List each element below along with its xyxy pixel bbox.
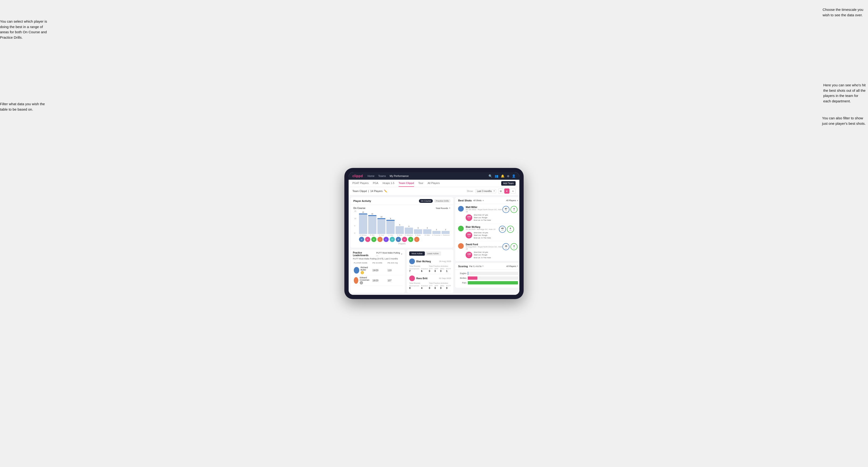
shot-card-left-1: Matt Miller 09 Jun 2023 · Royal North De… [458,206,502,222]
active-tabs: Most Active Least Active [409,251,441,256]
tab-most-active[interactable]: Most Active [409,251,425,256]
shot-card-3[interactable]: David Ford 24 Aug 2023 · Royal North Dev… [455,241,519,261]
bell-icon[interactable]: 🔔 [501,174,504,178]
annotation-best-shots: Here you can see who's hitthe best shots… [823,83,866,104]
scoring-panel: Scoring Par 3, 4 & 5s ▼ All Players ▼ [455,263,519,288]
edit-icon[interactable]: ✏️ [384,190,387,193]
shot-card-2[interactable]: Blair McHarg 23 Jul 2023 · Ashridge GC, … [455,224,519,242]
lb-score-1: 19/20 [372,269,386,272]
tablet-device: clippd Home Teams My Performance 🔍 👥 🔔 ⊕… [344,168,524,299]
nav-link-home[interactable]: Home [368,175,374,177]
list-view-btn[interactable]: ≡ [510,188,516,194]
active-avatar-1 [409,258,415,264]
team-separator: | [368,190,369,192]
x-axis-labels: B. McHarg R. Britt D. Ford J. Coles E. E… [353,234,451,236]
nav-link-performance[interactable]: My Performance [390,175,409,177]
chart-dropdown[interactable]: Total Rounds ▼ [436,207,451,210]
annotation-player-select: You can select which player isdoing the … [0,19,47,40]
grid-view-btn[interactable]: ⊞ [498,188,503,194]
bar-label-4: 4 [408,225,409,227]
practice-value-2: 4 [421,287,428,289]
birdies-bar-container: 96 [468,276,519,280]
bar-chart-container: 15 10 5 0 13 [353,210,451,234]
shot-metrics-1: 67 yds 0 yds [502,206,518,213]
players-dropdown-icon: ▼ [517,199,519,201]
shots-filter[interactable]: All Shots ▼ [473,199,484,201]
metric-circle-2b: 0 yds [507,226,514,233]
leaderboard-title: Practice Leaderboards [353,251,376,257]
timescale-select[interactable]: Last 3 months Last 6 months Last year Al… [475,189,496,193]
bar-e-crossman: 2 [432,229,441,234]
tab-least-active[interactable]: Least Active [425,251,441,256]
bar-label-12: 12 [371,213,373,215]
shot-card-1[interactable]: Matt Miller 09 Jun 2023 · Royal North De… [455,204,519,224]
shot-avatar-2 [458,226,464,231]
nav-link-teams[interactable]: Teams [378,175,386,177]
shot-player-info-2: Blair McHarg 23 Jul 2023 · Ashridge GC, … [466,226,495,239]
show-label: Show: [467,190,473,192]
chevron-right-icon-2: › [518,231,519,234]
bar-l-robertson: 2 [441,229,450,234]
team-name: Team Clippd [352,190,367,192]
active-date-1: 26 Aug 2023 [439,260,451,262]
add-team-button[interactable]: Add Team [501,181,516,186]
shot-avatar-1 [458,206,464,212]
chart-area: On Course Total Rounds ▼ 15 10 [350,205,453,248]
tab-pgat-players[interactable]: PGAT Players [352,180,369,187]
arg-value-2: 0 [440,287,444,289]
lb-col-player: PLAYER NAME [354,262,371,264]
team-header-left: Team Clippd | 14 Players ✏️ [352,190,387,193]
tab-pga[interactable]: PGA [373,180,378,187]
avatar-2: R [365,237,370,242]
putt-label: PUTT [446,268,451,270]
avatar-8: M [402,237,407,242]
tab-hcaps[interactable]: Hcaps 1-5 [382,180,394,187]
active-name-1: Blair McHarg [416,260,431,263]
total-rounds-label-2: Total Rounds [409,282,428,284]
active-stats-1: Total Rounds Tournament 7 Practice [409,265,451,272]
bar-fill-1 [359,214,367,234]
profile-icon[interactable]: 👤 [512,174,516,178]
gtt-stat-2: GTT 0 [429,285,433,289]
annotation-timescale: Choose the timescale youwish to see the … [823,7,863,18]
bar-b-mcharg: 13 [359,211,367,234]
practice-value-1: 6 [421,270,428,272]
scoring-par-filter[interactable]: Par 3, 4 & 5s ▼ [469,265,484,268]
avatar-6: O [390,237,395,242]
tournament-value-2: 8 [409,287,419,289]
on-course-toggle[interactable]: On Course [419,199,433,203]
y-label-15: 15 [354,210,356,212]
shot-info-text-1: Shot Dist: 67 yds Start Lie: Rough End L… [474,214,491,222]
practice-drills-toggle[interactable]: Practice Drills [434,199,451,203]
heart-view-btn[interactable]: ♥ [504,188,509,194]
users-icon[interactable]: 👥 [495,174,498,178]
players-filter[interactable]: All Players ▼ [506,199,519,201]
putt-label-2: PUTT [446,285,451,287]
app-stat-1: APP 0 [434,268,438,272]
search-icon[interactable]: 🔍 [489,174,492,178]
metric-circle-1b: 0 yds [510,206,518,213]
shot-dist-3: Shot Dist: 16 yds [474,251,491,253]
scoring-players-filter[interactable]: All Players ▼ [506,265,519,268]
lb-player-2: Edward Crossman 2 [354,276,371,284]
leaderboard-filter[interactable]: PUTT Must Make Putting ... ▼ [376,252,403,256]
x-label-10: L. Robertson [441,235,450,236]
bar-label-2a: 2 [436,229,437,230]
all-players-label: All Players [506,199,516,201]
tab-tour[interactable]: Tour [418,180,423,187]
add-icon[interactable]: ⊕ [507,174,509,178]
start-lie-1: Start Lie: Rough [474,216,491,219]
tab-team-clippd[interactable]: Team Clippd [399,180,414,187]
practice-activities-group-1: Total Practice Activities GTT 0 APP [429,265,451,272]
app-value-2: 0 [434,287,438,289]
bar-chart: 13 12 [358,210,451,234]
right-column: Best Shots All Shots ▼ All Players ▼ [455,197,519,293]
team-header: Team Clippd | 14 Players ✏️ Show: Last 3… [349,187,519,195]
active-avatar-2 [409,276,415,281]
bar-highlight-3 [377,218,385,219]
bar-fill-8 [423,229,431,234]
bar-highlight-1 [359,214,367,214]
tournament-stat-2: Tournament 8 [409,285,419,289]
x-label-1: B. McHarg [359,235,367,236]
tab-all-players[interactable]: All Players [428,180,440,187]
